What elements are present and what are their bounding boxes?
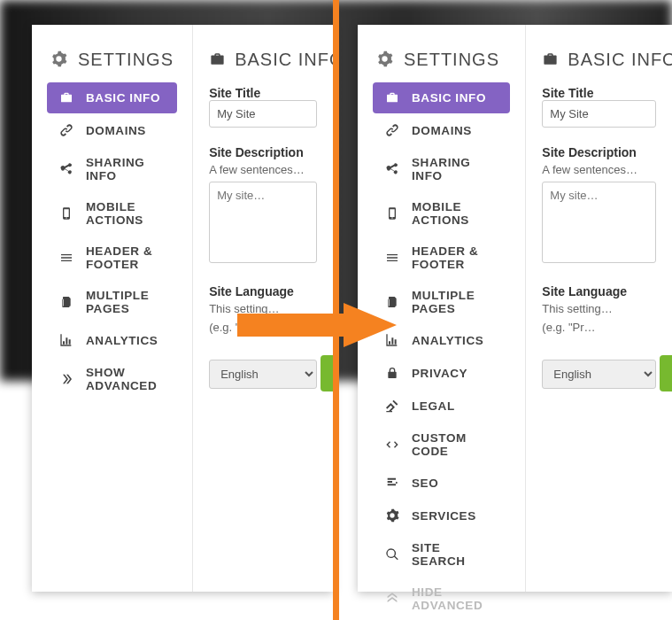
bars-icon bbox=[59, 251, 73, 266]
content-title: BASIC INFO bbox=[235, 50, 333, 70]
chart-icon bbox=[385, 333, 399, 348]
mobile-icon bbox=[385, 206, 399, 221]
sidebar-item-search[interactable]: SITE SEARCH bbox=[373, 533, 510, 576]
gear-icon bbox=[50, 50, 67, 70]
site-desc-label: Site Description bbox=[209, 145, 317, 159]
sidebar-item-hideadv[interactable]: HIDE ADVANCED bbox=[373, 577, 510, 620]
save-button[interactable]: SAVE bbox=[660, 355, 672, 391]
sidebar-item-label: SITE SEARCH bbox=[412, 541, 498, 568]
sidebar-item-label: HEADER & FOOTER bbox=[86, 244, 165, 271]
settings-panel-expanded: SETTINGS BASIC INFODOMAINSSHARING INFOMO… bbox=[358, 25, 672, 592]
sidebar-item-basic[interactable]: BASIC INFO bbox=[373, 82, 510, 113]
sidebar-item-multipage[interactable]: MULTIPLE PAGES bbox=[373, 281, 510, 323]
sidebar-item-label: HIDE ADVANCED bbox=[412, 585, 498, 612]
gear-icon bbox=[376, 50, 393, 70]
briefcase-icon bbox=[59, 90, 73, 105]
sidebar-item-label: DOMAINS bbox=[86, 124, 146, 137]
site-lang-select[interactable]: English bbox=[542, 360, 656, 389]
mobile-icon bbox=[59, 206, 73, 221]
save-button[interactable]: SAVE bbox=[321, 355, 333, 391]
sidebar-item-label: HEADER & FOOTER bbox=[412, 244, 498, 271]
sidebar-item-label: ANALYTICS bbox=[86, 334, 158, 347]
sidebar-item-basic[interactable]: BASIC INFO bbox=[47, 82, 177, 113]
comparison-divider bbox=[333, 0, 339, 620]
sidebar-item-services[interactable]: SERVICES bbox=[373, 500, 510, 531]
bars-icon bbox=[385, 251, 399, 266]
sidebar-item-headerfooter[interactable]: HEADER & FOOTER bbox=[373, 236, 510, 279]
site-lang-help: This setting… bbox=[209, 302, 317, 315]
site-desc-help: A few sentences… bbox=[542, 163, 656, 176]
settings-sidebar: SETTINGS BASIC INFODOMAINSSHARING INFOMO… bbox=[32, 25, 193, 592]
sidebar-item-analytics[interactable]: ANALYTICS bbox=[373, 325, 510, 356]
sidebar-item-label: LEGAL bbox=[412, 399, 455, 413]
lock-icon bbox=[385, 366, 399, 381]
site-lang-help2: (e.g. "… bbox=[209, 321, 317, 334]
sidebar-item-label: BASIC INFO bbox=[86, 91, 160, 105]
sidebar-item-seo[interactable]: SEO bbox=[373, 468, 510, 499]
seo-icon bbox=[385, 476, 399, 491]
sidebar-item-custom[interactable]: CUSTOM CODE bbox=[373, 423, 510, 466]
sidebar-item-label: BASIC INFO bbox=[412, 91, 486, 105]
sidebar-item-privacy[interactable]: PRIVACY bbox=[373, 358, 510, 389]
settings-content: BASIC INFO Site Title Site Description A… bbox=[193, 25, 333, 592]
search-icon bbox=[385, 547, 399, 562]
site-lang-help: This setting… bbox=[542, 302, 656, 315]
chart-icon bbox=[59, 333, 73, 348]
link-icon bbox=[59, 123, 73, 138]
sidebar-item-label: MULTIPLE PAGES bbox=[412, 289, 498, 315]
settings-panel-collapsed: SETTINGS BASIC INFODOMAINSSHARING INFOMO… bbox=[32, 25, 333, 592]
site-title-input[interactable] bbox=[209, 100, 317, 128]
briefcase-icon bbox=[542, 50, 559, 70]
sidebar-item-domains[interactable]: DOMAINS bbox=[47, 115, 177, 146]
sidebar-item-sharing[interactable]: SHARING INFO bbox=[47, 148, 177, 190]
sidebar-item-showadv[interactable]: SHOW ADVANCED bbox=[47, 358, 177, 400]
site-desc-label: Site Description bbox=[542, 145, 656, 159]
chevrons-right-icon bbox=[59, 372, 73, 387]
site-desc-input[interactable] bbox=[209, 182, 317, 263]
briefcase-icon bbox=[385, 90, 399, 105]
settings-content: BASIC INFO Site Title Site Description A… bbox=[526, 25, 672, 592]
sidebar-item-domains[interactable]: DOMAINS bbox=[373, 115, 510, 146]
settings-title: SETTINGS bbox=[78, 50, 174, 70]
share-icon bbox=[59, 162, 73, 177]
site-desc-input[interactable] bbox=[542, 182, 656, 263]
content-title: BASIC INFO bbox=[568, 50, 672, 70]
sidebar-item-label: SHARING INFO bbox=[412, 156, 498, 182]
pages-icon bbox=[59, 295, 73, 310]
site-lang-label: Site Language bbox=[542, 284, 656, 298]
sidebar-item-multipage[interactable]: MULTIPLE PAGES bbox=[47, 281, 177, 323]
pages-icon bbox=[385, 295, 399, 310]
chevrons-up-icon bbox=[385, 592, 399, 607]
site-title-label: Site Title bbox=[209, 86, 317, 100]
sidebar-item-label: SHOW ADVANCED bbox=[86, 366, 165, 392]
content-header: BASIC INFO bbox=[542, 50, 656, 70]
sidebar-item-label: ANALYTICS bbox=[412, 334, 483, 347]
site-lang-help2: (e.g. "Pr… bbox=[542, 321, 656, 334]
link-icon bbox=[385, 123, 399, 138]
site-title-label: Site Title bbox=[542, 86, 656, 100]
sidebar-item-label: SERVICES bbox=[412, 509, 476, 523]
sidebar-item-label: SHARING INFO bbox=[86, 156, 165, 182]
sidebar-item-headerfooter[interactable]: HEADER & FOOTER bbox=[47, 236, 177, 279]
site-lang-label: Site Language bbox=[209, 284, 317, 298]
settings-header: SETTINGS bbox=[47, 50, 177, 70]
site-desc-help: A few sentences… bbox=[209, 163, 317, 176]
code-icon bbox=[385, 438, 399, 453]
sidebar-item-sharing[interactable]: SHARING INFO bbox=[373, 148, 510, 190]
sidebar-item-mobile[interactable]: MOBILE ACTIONS bbox=[373, 192, 510, 235]
settings-header: SETTINGS bbox=[373, 50, 510, 70]
site-title-input[interactable] bbox=[542, 100, 656, 128]
content-header: BASIC INFO bbox=[209, 50, 317, 70]
sidebar-item-label: DOMAINS bbox=[412, 124, 472, 137]
briefcase-icon bbox=[209, 50, 226, 70]
sidebar-item-label: SEO bbox=[412, 477, 438, 490]
gavel-icon bbox=[385, 399, 399, 414]
sidebar-item-label: MOBILE ACTIONS bbox=[86, 200, 165, 227]
site-lang-select[interactable]: English bbox=[209, 360, 317, 389]
settings-sidebar: SETTINGS BASIC INFODOMAINSSHARING INFOMO… bbox=[358, 25, 526, 592]
sidebar-item-label: PRIVACY bbox=[412, 367, 467, 380]
sidebar-item-analytics[interactable]: ANALYTICS bbox=[47, 325, 177, 356]
cog-icon bbox=[385, 508, 399, 523]
sidebar-item-mobile[interactable]: MOBILE ACTIONS bbox=[47, 192, 177, 235]
sidebar-item-legal[interactable]: LEGAL bbox=[373, 391, 510, 422]
